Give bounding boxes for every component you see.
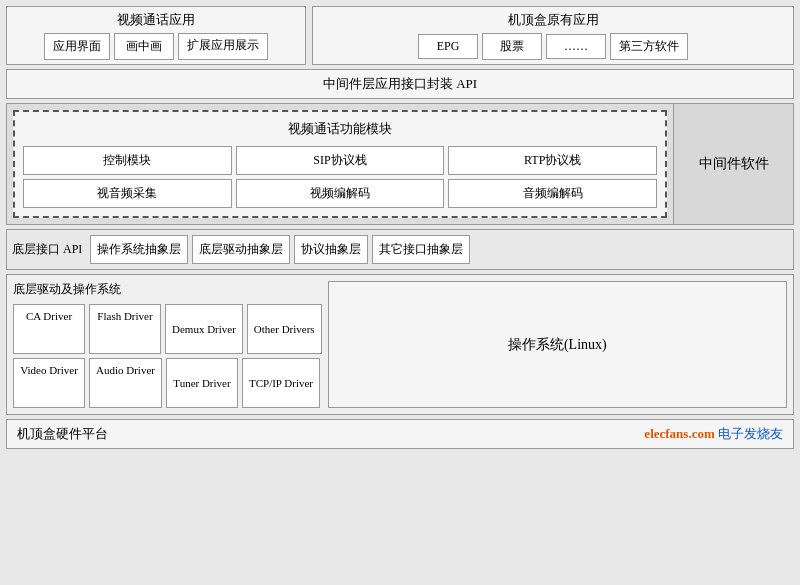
func-cell-2: RTP协议栈 [448, 146, 657, 175]
abstract-layer-label: 底层接口 API [12, 241, 82, 258]
driver-row-2: Video Driver Audio Driver Tuner Driver T… [13, 358, 322, 408]
abstract-box-3: 其它接口抽象层 [372, 235, 470, 264]
btn-ellipsis: …… [546, 34, 606, 59]
stb-buttons: EPG 股票 …… 第三方软件 [317, 33, 789, 60]
hardware-row: 机顶盒硬件平台 elecfans.com 电子发烧友 [6, 419, 794, 449]
driver-ca: CA Driver [13, 304, 85, 354]
func-grid: 控制模块 SIP协议栈 RTP协议栈 视音频采集 视频编解码 音频编解码 [23, 146, 657, 208]
driver-demux: Demux Driver [165, 304, 243, 354]
api-label: 中间件层应用接口封装 API [323, 76, 477, 91]
btn-app-ui: 应用界面 [44, 33, 110, 60]
top-apps-row: 视频通话应用 应用界面 画中画 扩展应用展示 机顶盒原有应用 EPG 股票 ……… [6, 6, 794, 65]
middleware-left: 视频通话功能模块 控制模块 SIP协议栈 RTP协议栈 视音频采集 视频编解码 … [7, 104, 673, 224]
func-cell-1: SIP协议栈 [236, 146, 445, 175]
stb-apps: 机顶盒原有应用 EPG 股票 …… 第三方软件 [312, 6, 794, 65]
brand-text: elecfans.com 电子发烧友 [644, 425, 783, 443]
driver-left: 底层驱动及操作系统 CA Driver Flash Driver Demux D… [13, 281, 322, 408]
video-call-app: 视频通话应用 应用界面 画中画 扩展应用展示 [6, 6, 306, 65]
driver-flash: Flash Driver [89, 304, 161, 354]
os-box: 操作系统(Linux) [328, 281, 787, 408]
driver-row-1: CA Driver Flash Driver Demux Driver Othe… [13, 304, 322, 354]
brand-rest: 电子发烧友 [715, 426, 783, 441]
func-cell-5: 音频编解码 [448, 179, 657, 208]
btn-stock: 股票 [482, 33, 542, 60]
video-call-buttons: 应用界面 画中画 扩展应用展示 [11, 33, 301, 60]
driver-video: Video Driver [13, 358, 85, 408]
driver-tuner: Tuner Driver [166, 358, 238, 408]
btn-third-party: 第三方软件 [610, 33, 688, 60]
stb-title: 机顶盒原有应用 [317, 11, 789, 29]
video-func-module: 视频通话功能模块 控制模块 SIP协议栈 RTP协议栈 视音频采集 视频编解码 … [13, 110, 667, 218]
main-container: 视频通话应用 应用界面 画中画 扩展应用展示 机顶盒原有应用 EPG 股票 ……… [0, 0, 800, 585]
btn-pip: 画中画 [114, 33, 174, 60]
middleware-right-label: 中间件软件 [673, 104, 793, 224]
middleware-row: 视频通话功能模块 控制模块 SIP协议栈 RTP协议栈 视音频采集 视频编解码 … [6, 103, 794, 225]
func-cell-0: 控制模块 [23, 146, 232, 175]
func-cell-4: 视频编解码 [236, 179, 445, 208]
driver-audio: Audio Driver [89, 358, 162, 408]
btn-ext-app: 扩展应用展示 [178, 33, 268, 60]
api-bar: 中间件层应用接口封装 API [6, 69, 794, 99]
driver-other: Other Drivers [247, 304, 322, 354]
driver-tcpip: TCP/IP Driver [242, 358, 320, 408]
os-label: 操作系统(Linux) [508, 336, 607, 354]
driver-layer-row: 底层驱动及操作系统 CA Driver Flash Driver Demux D… [6, 274, 794, 415]
hardware-label: 机顶盒硬件平台 [17, 425, 108, 443]
abstract-box-2: 协议抽象层 [294, 235, 368, 264]
btn-epg: EPG [418, 34, 478, 59]
brand-elec: elecfans.com [644, 426, 714, 441]
abstract-box-1: 底层驱动抽象层 [192, 235, 290, 264]
middleware-software-label: 中间件软件 [699, 155, 769, 173]
video-func-title: 视频通话功能模块 [23, 120, 657, 138]
video-call-title: 视频通话应用 [11, 11, 301, 29]
driver-layer-title: 底层驱动及操作系统 [13, 281, 322, 298]
func-cell-3: 视音频采集 [23, 179, 232, 208]
abstract-box-0: 操作系统抽象层 [90, 235, 188, 264]
abstract-layer-row: 底层接口 API 操作系统抽象层 底层驱动抽象层 协议抽象层 其它接口抽象层 [6, 229, 794, 270]
